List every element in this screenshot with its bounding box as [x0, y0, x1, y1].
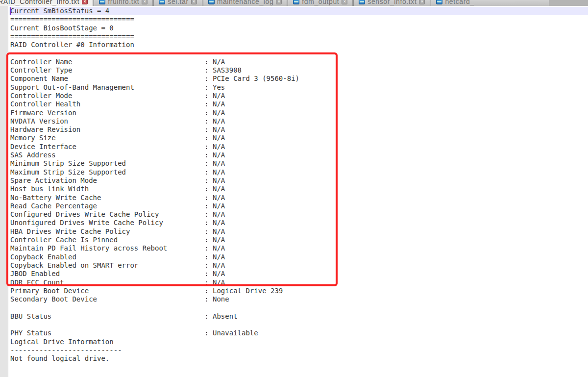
file-icon [293, 0, 299, 4]
editor-line[interactable]: Configured Drives Write Cache Policy : N… [10, 210, 588, 219]
text-editor[interactable]: Current SmBiosStatus = 4================… [0, 6, 588, 377]
text-caret [10, 7, 11, 15]
file-icon [159, 0, 165, 4]
editor-line[interactable]: JBOD Enabled : N/A [10, 270, 588, 278]
tab-raid-controller-info[interactable]: RAID_Controller_Info.txt × [0, 0, 93, 6]
editor-line[interactable]: Controller Type : SAS3908 [10, 66, 588, 75]
file-icon [208, 0, 215, 4]
editor-line[interactable]: BBU Status : Absent [10, 312, 588, 321]
editor-line[interactable]: Controller Cache Is Pinned : N/A [10, 236, 588, 244]
editor-line[interactable]: Unonfigured Drives Write Cache Policy : … [10, 219, 588, 227]
editor-line[interactable]: --------------------------- [10, 346, 588, 354]
tab-maintenance-log[interactable]: maintenance_log × [203, 0, 288, 6]
editor-line[interactable]: ============================== [10, 32, 588, 41]
editor-line[interactable]: Copyback Enabled on SMART error : N/A [10, 261, 588, 270]
editor-line[interactable]: Component Name : PCIe Card 3 (9560-8i) [10, 75, 588, 83]
document-text[interactable]: Current SmBiosStatus = 4================… [0, 7, 588, 377]
editor-line[interactable]: Controller Name : N/A [10, 58, 588, 66]
file-icon [99, 0, 105, 4]
editor-line[interactable]: Copyback Enabled : N/A [10, 253, 588, 261]
editor-line[interactable]: Device Interface : N/A [10, 143, 588, 151]
close-icon[interactable]: × [82, 0, 88, 4]
tab-fdm-output[interactable]: fdm_output × [288, 0, 353, 6]
editor-line[interactable]: Host bus link Width : N/A [10, 185, 588, 193]
file-icon [359, 0, 365, 4]
editor-line[interactable]: Secondary Boot Device : None [10, 295, 588, 303]
file-icon [436, 0, 442, 4]
tab-label: RAID_Controller_Info.txt [0, 0, 79, 6]
editor-line[interactable]: No-Battery Write Cache : N/A [10, 194, 588, 202]
tab-bar: RAID_Controller_Info.txt × fruinfo.txt ×… [0, 0, 588, 6]
editor-line[interactable]: Controller Health : N/A [10, 100, 588, 108]
editor-line[interactable]: ============================== [10, 15, 588, 24]
editor-line[interactable]: Not found logical drive. [10, 354, 588, 363]
tab-label: maintenance_log [217, 0, 274, 6]
editor-line[interactable]: Current BiosBootStage = 0 [10, 24, 588, 32]
editor-line[interactable]: HBA Drives Write Cache Policy : N/A [10, 227, 588, 236]
editor-line[interactable] [10, 49, 588, 57]
close-icon[interactable]: × [142, 0, 147, 4]
close-icon[interactable]: × [342, 0, 347, 4]
close-icon[interactable]: × [276, 0, 282, 4]
editor-line[interactable]: SAS Address : N/A [10, 151, 588, 159]
editor-line[interactable]: Controller Mode : N/A [10, 92, 588, 100]
editor-line[interactable]: Read Cache Percentage : N/A [10, 202, 588, 210]
tab-netcard[interactable]: netcard_ [431, 0, 549, 6]
close-icon[interactable]: × [419, 0, 425, 4]
editor-line[interactable] [10, 303, 588, 312]
editor-line[interactable]: RAID Controller #0 Information [10, 41, 588, 49]
editor-line[interactable]: Primary Boot Device : Logical Drive 239 [10, 287, 588, 295]
editor-line[interactable]: Current SmBiosStatus = 4 [10, 7, 588, 15]
editor-line[interactable]: DDR ECC Count : N/A [10, 278, 588, 287]
tab-label: fruinfo.txt [108, 0, 139, 6]
tab-sensor-info[interactable]: sensor_info.txt × [353, 0, 430, 6]
tab-label: netcard_ [445, 0, 474, 6]
tab-sel-tar[interactable]: sel.tar × [153, 0, 202, 6]
editor-line[interactable]: Support Out-of-Band Management : Yes [10, 83, 588, 92]
editor-lines: Current SmBiosStatus = 4================… [10, 7, 588, 363]
editor-line[interactable]: Firmware Version : N/A [10, 109, 588, 117]
editor-line[interactable]: Memory Size : N/A [10, 134, 588, 142]
editor-line[interactable]: Spare Activation Mode : N/A [10, 176, 588, 185]
editor-line[interactable]: NVDATA Version : N/A [10, 117, 588, 126]
editor-line[interactable]: Hardware Revision : N/A [10, 126, 588, 134]
tab-label: sel.tar [168, 0, 188, 6]
tab-label: sensor_info.txt [368, 0, 416, 6]
editor-line[interactable]: Maximum Strip Size Supported : N/A [10, 168, 588, 176]
tab-label: fdm_output [302, 0, 339, 6]
close-icon[interactable]: × [191, 0, 197, 4]
tab-fruinfo[interactable]: fruinfo.txt × [94, 0, 153, 6]
editor-line[interactable]: Logical Drive Information [10, 338, 588, 346]
editor-line[interactable] [10, 321, 588, 329]
editor-line[interactable]: Maintain PD Fail History across Reboot :… [10, 244, 588, 252]
editor-line[interactable]: Minimum Strip Size Supported : N/A [10, 159, 588, 168]
editor-line[interactable]: PHY Status : Unavailable [10, 329, 588, 337]
